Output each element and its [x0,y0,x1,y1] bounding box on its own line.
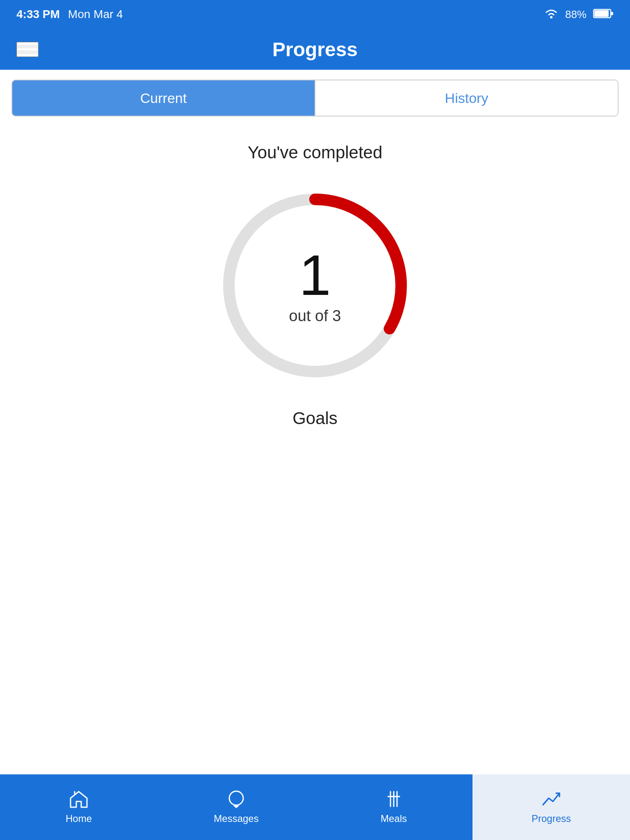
circle-inner: 1 out of 3 [289,247,341,325]
bottom-nav: Home Messages Meals [0,774,630,840]
svg-point-4 [229,791,243,805]
home-icon [69,790,89,810]
menu-button[interactable] [16,42,39,57]
nav-home[interactable]: Home [0,774,158,840]
svg-point-0 [550,16,552,18]
svg-rect-2 [611,12,613,15]
battery-percentage: 88% [565,8,587,21]
wifi-icon [544,8,559,21]
progress-number: 1 [289,247,341,304]
progress-icon [541,790,561,810]
nav-progress[interactable]: Progress [472,774,630,840]
nav-meals-label: Meals [381,813,407,824]
nav-messages[interactable]: Messages [158,774,315,840]
nav-messages-label: Messages [214,813,258,824]
battery-icon [593,8,614,21]
nav-home-label: Home [66,813,92,824]
tabs-container: Current History [11,80,619,116]
nav-meals[interactable]: Meals [315,774,472,840]
status-date: Mon Mar 4 [68,8,123,21]
completed-text: You've completed [248,143,383,162]
status-right: 88% [544,8,614,21]
goals-label: Goals [292,409,338,428]
messages-icon [226,790,246,810]
tab-current[interactable]: Current [12,80,315,116]
tab-history[interactable]: History [315,80,618,116]
progress-circle: 1 out of 3 [212,183,418,388]
app-header: Progress [0,29,630,70]
app-title: Progress [272,38,358,61]
meals-icon [384,790,404,810]
nav-progress-label: Progress [532,813,571,824]
main-content: You've completed 1 out of 3 Goals [0,126,630,774]
status-bar: 4:33 PM Mon Mar 4 88% [0,0,630,29]
progress-out-of: out of 3 [289,307,341,325]
status-time: 4:33 PM [16,8,60,21]
svg-rect-3 [594,10,609,17]
